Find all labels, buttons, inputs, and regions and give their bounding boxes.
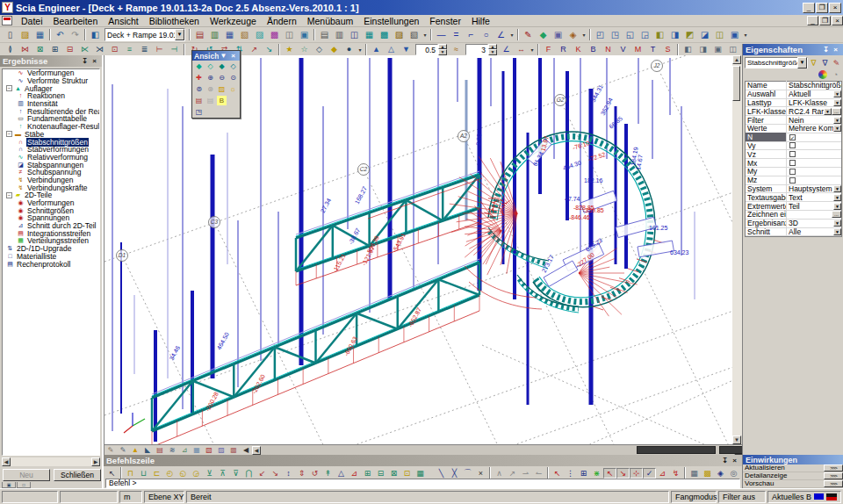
toolbar-icon[interactable]: K: [571, 44, 586, 55]
property-value[interactable]: Aktuell▼: [787, 90, 841, 98]
viewport-vscrollbar[interactable]: ▲ ▼: [732, 55, 742, 444]
snap-mode-icon[interactable]: ⌒: [461, 468, 474, 479]
view-tool-icon[interactable]: ⊛: [205, 83, 216, 95]
command-icon[interactable]: ◶: [190, 468, 203, 479]
snap-mode-icon[interactable]: ↼: [532, 468, 545, 479]
expand-collapse-icon[interactable]: −: [6, 85, 12, 91]
command-icon[interactable]: ◴: [163, 468, 177, 479]
toolbar-icon[interactable]: ◲: [638, 28, 652, 41]
view-tool-icon[interactable]: B: [216, 95, 227, 106]
restore-button[interactable]: ❐: [816, 3, 828, 13]
toolbar-icon[interactable]: ★: [282, 44, 297, 55]
einwirkungen-caption[interactable]: Einwirkungen: [743, 455, 843, 464]
close-icon[interactable]: ×: [228, 52, 238, 61]
toolbar-icon[interactable]: F: [541, 44, 556, 55]
viewport-hscrollbar[interactable]: [261, 445, 734, 455]
toolbar-icon[interactable]: ▦: [32, 28, 47, 41]
toolbar-icon[interactable]: ∠: [494, 28, 508, 41]
snap-mode-icon[interactable]: ↘: [616, 468, 630, 479]
panel-tab-layers[interactable]: □: [17, 482, 31, 488]
mdi-close-button[interactable]: ×: [832, 16, 843, 25]
command-icon[interactable]: ↖: [105, 468, 119, 479]
toolbar-icon[interactable]: ◫: [725, 44, 740, 55]
checkbox-unchecked-icon[interactable]: [789, 169, 796, 175]
command-icon[interactable]: ⊿: [348, 468, 361, 479]
close-icon[interactable]: ×: [730, 457, 739, 465]
toolbar-icon[interactable]: ●: [342, 44, 357, 55]
snap-mode-icon[interactable]: ⋮: [564, 468, 577, 479]
toolbar-dropdown-icon[interactable]: ▾: [422, 29, 429, 40]
mdi-restore-button[interactable]: ❐: [819, 16, 831, 25]
toolbar-icon[interactable]: ⊢: [152, 44, 167, 55]
snap-mode-icon[interactable]: ▦: [688, 468, 701, 479]
toolbar-icon[interactable]: ◈: [566, 28, 580, 41]
ansicht-caption[interactable]: Ansicht ▼ ×: [192, 51, 240, 61]
toolbar-icon[interactable]: ◧: [652, 28, 667, 41]
toolbar-icon[interactable]: ⊞: [47, 44, 62, 55]
property-value[interactable]: 3D▼: [787, 219, 841, 227]
detailanzeige-button[interactable]: >>>: [824, 472, 843, 479]
snap-mode-icon[interactable]: ✓: [643, 468, 656, 479]
snap-mode-icon[interactable]: ⊞: [577, 468, 590, 479]
snap-mode-icon[interactable]: ⊿: [656, 468, 669, 479]
toolbar-icon[interactable]: ⋉: [77, 44, 92, 55]
palette-icon[interactable]: ◔: [830, 69, 841, 80]
checkbox-unchecked-icon[interactable]: [789, 142, 796, 148]
dropdown-icon[interactable]: ▼: [833, 99, 841, 106]
toolbar-dropdown-icon[interactable]: ▾: [357, 44, 364, 55]
property-value[interactable]: Text▼: [787, 193, 841, 202]
toolbar-icon[interactable]: ⋈: [18, 44, 32, 55]
view-tool-icon[interactable]: ⊙: [227, 72, 239, 83]
snap-mode-icon[interactable]: ⊹: [630, 468, 643, 479]
view-tool-icon[interactable]: ▤: [193, 95, 205, 106]
toolbar-icon[interactable]: ▤: [317, 28, 332, 41]
scroll-down-icon[interactable]: ▼: [732, 436, 741, 444]
vscroll-thumb[interactable]: [732, 66, 740, 101]
scroll-up-icon[interactable]: ▲: [732, 55, 741, 64]
command-input[interactable]: Befehl >: [105, 479, 740, 488]
scroll-right-icon[interactable]: ▶: [91, 457, 100, 466]
close-icon[interactable]: ×: [831, 46, 840, 54]
checkbox-unchecked-icon[interactable]: [789, 177, 796, 184]
toolbar-icon[interactable]: =: [449, 28, 464, 41]
command-icon[interactable]: ⇕: [295, 468, 308, 479]
toolbar-icon[interactable]: ◪: [697, 28, 712, 41]
edit-pencil-icon[interactable]: ✎: [831, 58, 842, 68]
property-value[interactable]: Nein▼: [787, 116, 841, 125]
view-tool-icon[interactable]: ▤: [205, 95, 216, 106]
hscroll-thumb[interactable]: [637, 446, 716, 454]
aktualisieren-button[interactable]: >>>: [824, 464, 843, 472]
property-value[interactable]: [787, 160, 841, 166]
title-bar[interactable]: Y Scia Engineer - [Deck + Rampe 19.01.13…: [0, 0, 843, 15]
scroll-left-icon[interactable]: ◀: [2, 457, 11, 466]
toolbar-icon[interactable]: ◩: [682, 28, 697, 41]
toolbar-icon[interactable]: ⋊: [92, 44, 107, 55]
toolbar-icon[interactable]: ◆: [327, 44, 342, 55]
toolbar-icon[interactable]: S: [660, 44, 675, 55]
checkbox-unchecked-icon[interactable]: [789, 160, 796, 166]
snap-mode-icon[interactable]: ▩: [701, 468, 714, 479]
menu-einstellungen[interactable]: Einstellungen: [358, 15, 424, 27]
results-tree-hscrollbar[interactable]: ◀ ▶: [2, 457, 100, 466]
viewport-strip-icon[interactable]: ▤: [154, 445, 166, 455]
toolbar-dropdown-icon[interactable]: ▾: [742, 29, 749, 40]
language-flag-icon[interactable]: [826, 493, 837, 500]
toolbar-icon[interactable]: ◇: [312, 44, 327, 55]
checkbox-checked-icon[interactable]: ✓: [789, 134, 796, 140]
toolbar-icon[interactable]: ◧: [88, 28, 103, 41]
viewport-strip-icon[interactable]: ▧: [203, 445, 215, 455]
toolbar-icon[interactable]: R: [556, 44, 571, 55]
menu-bibliotheken[interactable]: Bibliotheken: [144, 15, 205, 27]
expand-collapse-icon[interactable]: −: [6, 131, 12, 137]
toolbar-icon[interactable]: ◨: [667, 28, 682, 41]
checkbox-unchecked-icon[interactable]: [789, 151, 796, 157]
property-value[interactable]: [787, 177, 841, 184]
tree-item-knotenauflager-resultierenc[interactable]: ↑Knotenauflager-Resultierenc: [3, 123, 99, 131]
toolbar-icon[interactable]: ⊣: [167, 44, 182, 55]
toolbar-icon[interactable]: ▤: [192, 28, 207, 41]
toolbar-icon[interactable]: ▣: [551, 28, 566, 41]
more-options-icon[interactable]: ...: [832, 211, 841, 218]
toolbar-icon[interactable]: ▣: [727, 28, 742, 41]
toolbar-icon[interactable]: ▯: [3, 28, 18, 41]
toolbar-dropdown-icon[interactable]: ▾: [580, 29, 587, 40]
